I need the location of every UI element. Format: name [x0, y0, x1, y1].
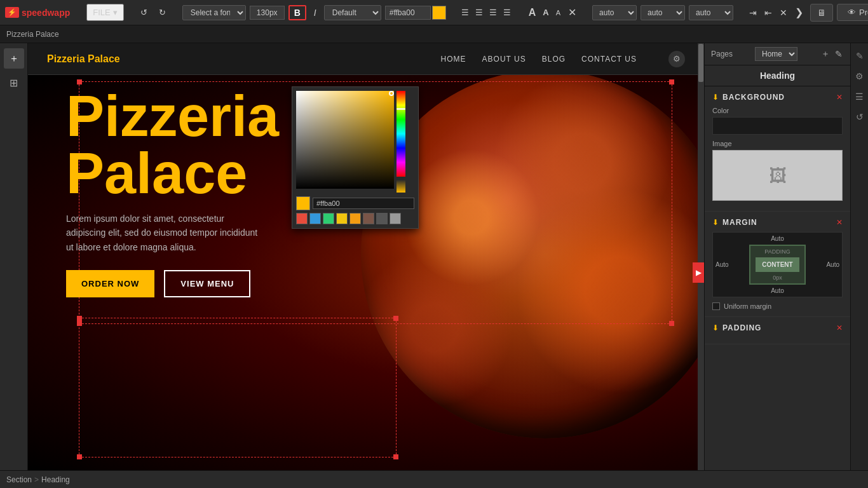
settings-icon[interactable]: ⚙: [852, 69, 867, 84]
margin-left-label: Auto: [715, 261, 729, 268]
add-element-button[interactable]: ＋: [4, 48, 24, 69]
text-size-large-button[interactable]: A: [526, 5, 539, 20]
chevron-right-icon: ▶: [696, 268, 702, 277]
canvas-scrollbar[interactable]: [698, 43, 704, 470]
clear-format-button[interactable]: ✕: [565, 5, 580, 20]
indent-increase-button[interactable]: ⇥: [746, 6, 760, 19]
indent-decrease-button[interactable]: ⇤: [761, 6, 775, 19]
section-breadcrumb[interactable]: Section: [6, 475, 32, 484]
gear-icon: ⚙: [673, 54, 681, 64]
margin-section-close[interactable]: ✕: [836, 218, 843, 227]
hue-strip[interactable]: [397, 91, 405, 177]
layers-button[interactable]: ⊞: [4, 72, 24, 93]
auto-select-3[interactable]: auto: [689, 5, 733, 20]
align-justify-button[interactable]: ☰: [501, 6, 513, 19]
uniform-margin-label: Uniform margin: [724, 302, 771, 310]
swatch-brown[interactable]: [363, 213, 374, 224]
margin-section: ⬇ MARGIN ✕ Auto Auto PADDING CONTENT: [705, 212, 850, 317]
swatch-dark[interactable]: [376, 213, 388, 224]
spacing-controls: ⇥ ⇤ ✕ ❯: [746, 5, 806, 20]
bold-button[interactable]: B: [288, 5, 306, 20]
swatch-green[interactable]: [323, 213, 334, 224]
history-icon[interactable]: ↺: [852, 109, 867, 125]
background-section-header[interactable]: ⬇ BACKGROUND ✕: [712, 93, 843, 102]
edit-icon[interactable]: ✎: [852, 48, 867, 64]
color-picker-control: [385, 6, 446, 20]
nav-link-blog[interactable]: BLOG: [542, 55, 566, 64]
margin-diagram: Auto Auto PADDING CONTENT 0px Auto Auto: [712, 232, 843, 297]
align-left-button[interactable]: ☰: [459, 6, 471, 19]
text-size-small-button[interactable]: A: [553, 7, 563, 18]
auto-select-2[interactable]: auto: [641, 5, 685, 20]
page-action-icons: ＋ ✎: [820, 47, 844, 61]
color-picker-popup: [292, 86, 419, 229]
edit-page-button[interactable]: ✎: [834, 47, 844, 61]
alignment-controls: ☰ ☰ ☰ ☰: [459, 6, 513, 19]
nav-link-contact[interactable]: CONTACT US: [581, 55, 637, 64]
padding-section-icon: ⬇: [712, 323, 719, 332]
uniform-margin-row: Uniform margin: [712, 302, 843, 310]
panel-scroll-area[interactable]: ⬇ BACKGROUND ✕ Color Image 🖼 ⬇ MARGIN ✕: [705, 86, 850, 470]
main-area: ＋ ⊞ Pizzeria Palace HOME ABOUT US BLOG C…: [0, 43, 868, 470]
canvas-scroll-thumb: [698, 44, 703, 82]
font-size-input[interactable]: [250, 6, 285, 20]
swatch-yellow[interactable]: [336, 213, 348, 224]
text-size-medium-button[interactable]: A: [540, 6, 551, 19]
heading-breadcrumb[interactable]: Heading: [41, 475, 70, 484]
collapse-panel-button[interactable]: ▶: [693, 262, 704, 283]
redo-button[interactable]: ↻: [155, 5, 170, 20]
secondary-toolbar: Pizzeria Palace: [0, 25, 868, 43]
close-x-button[interactable]: ✕: [776, 6, 790, 19]
swatch-blue[interactable]: [309, 213, 321, 224]
color-sub-label: Color: [712, 107, 843, 114]
background-section-icon: ⬇: [712, 93, 719, 102]
background-section: ⬇ BACKGROUND ✕ Color Image 🖼: [705, 86, 850, 212]
image-icon: 🖼: [769, 165, 787, 186]
uniform-margin-checkbox[interactable]: [712, 302, 720, 310]
color-hex-field[interactable]: [313, 198, 414, 209]
site-name-label: Pizzeria Palace: [6, 30, 59, 39]
list-icon[interactable]: ☰: [852, 89, 867, 104]
auto-select-1[interactable]: auto: [592, 5, 637, 20]
padding-box: PADDING CONTENT 0px: [749, 245, 805, 285]
swatch-gray[interactable]: [390, 213, 401, 224]
color-gradient-area[interactable]: [296, 91, 394, 189]
file-menu-button[interactable]: FILE ▾: [86, 4, 123, 21]
view-menu-button[interactable]: VIEW MENU: [164, 270, 250, 297]
margin-section-header[interactable]: ⬇ MARGIN ✕: [712, 218, 843, 227]
padding-section: ⬇ PADDING ✕: [705, 317, 850, 344]
padding-section-header[interactable]: ⬇ PADDING ✕: [712, 323, 843, 332]
logo-icon: ⚡: [5, 7, 19, 18]
color-swatch[interactable]: [432, 6, 446, 20]
pages-header: Pages Home ＋ ✎: [705, 43, 850, 65]
italic-button[interactable]: I: [310, 6, 320, 19]
image-sub-label: Image: [712, 140, 843, 147]
font-selector[interactable]: Select a font: [182, 5, 246, 20]
hero-subtitle: Lorem ipsum dolor sit amet, consectetur …: [66, 212, 263, 254]
pages-selector[interactable]: Home: [755, 47, 797, 61]
color-swatches: [296, 213, 414, 224]
monitor-button[interactable]: 🖥: [810, 4, 833, 22]
preview-button[interactable]: 👁 Preview: [837, 4, 868, 21]
add-page-button[interactable]: ＋: [820, 47, 831, 61]
swatch-red[interactable]: [296, 213, 308, 224]
style-selector[interactable]: Default: [324, 5, 381, 20]
background-section-close[interactable]: ✕: [836, 93, 843, 102]
padding-section-close[interactable]: ✕: [836, 323, 843, 332]
handle-tr2: [393, 316, 398, 321]
order-now-button[interactable]: ORDER NOW: [66, 270, 154, 297]
more-options-button[interactable]: ❯: [792, 5, 806, 20]
nav-link-home[interactable]: HOME: [441, 55, 466, 64]
undo-button[interactable]: ↺: [137, 5, 151, 20]
align-right-button[interactable]: ☰: [487, 6, 499, 19]
align-center-button[interactable]: ☰: [473, 6, 485, 19]
alpha-strip[interactable]: [397, 180, 405, 193]
swatch-orange[interactable]: [349, 213, 361, 224]
margin-section-icon: ⬇: [712, 218, 719, 227]
color-hex-input[interactable]: [385, 6, 431, 20]
nav-link-about[interactable]: ABOUT US: [482, 55, 526, 64]
background-image-placeholder[interactable]: 🖼: [712, 150, 843, 201]
section-settings-button[interactable]: ⚙: [668, 51, 685, 67]
background-color-row[interactable]: [712, 117, 843, 135]
padding-section-label: PADDING: [722, 323, 761, 332]
